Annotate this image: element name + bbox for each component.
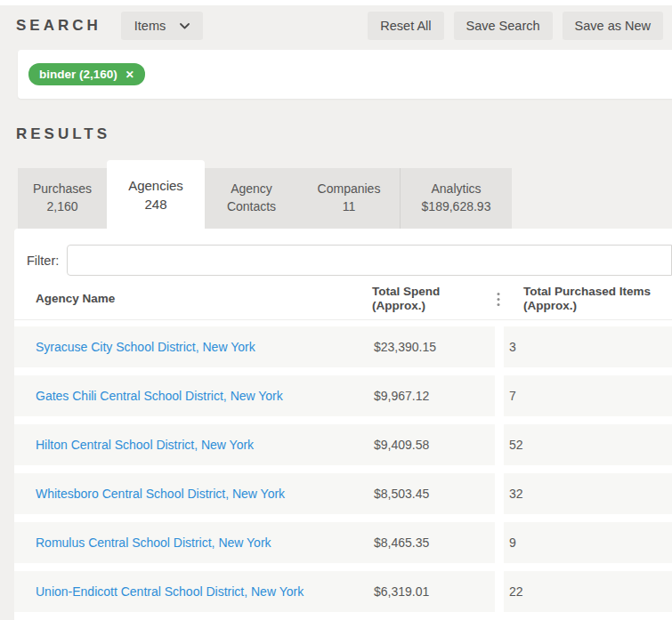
reset-all-button[interactable]: Reset All — [368, 12, 443, 40]
column-header-agency-name[interactable]: Agency Name — [14, 292, 372, 306]
total-items-value: 52 — [504, 424, 672, 465]
agency-link[interactable]: Romulus Central School District, New Yor… — [14, 535, 372, 550]
save-as-new-button[interactable]: Save as New — [563, 12, 663, 40]
agency-link[interactable]: Gates Chili Central School District, New… — [14, 389, 372, 403]
table-filter-row: Filter: — [14, 229, 672, 276]
total-items-value: 3 — [504, 326, 672, 367]
tab-agency-contacts-label-line1: Agency — [231, 181, 272, 198]
column-header-total-spend[interactable]: Total Spend (Approx.) — [372, 285, 495, 313]
total-spend-value: $8,465.35 — [372, 535, 495, 550]
total-items-value: 22 — [504, 571, 672, 612]
search-scope-value: Items — [134, 19, 166, 33]
table-row: Union-Endicott Central School District, … — [14, 571, 672, 612]
column-options-kebab-icon[interactable] — [495, 292, 518, 307]
tab-purchases-count: 2,160 — [46, 198, 77, 216]
close-icon[interactable]: ✕ — [125, 69, 134, 80]
results-tabs: Purchases 2,160 Agencies 248 Agency Cont… — [18, 160, 672, 229]
column-header-total-items[interactable]: Total Purchased Items (Approx.) — [518, 285, 672, 313]
search-header-bar: SEARCH Items Reset All Save Search Save … — [0, 5, 672, 50]
total-items-value: 9 — [504, 522, 672, 563]
total-spend-value: $6,319.01 — [372, 584, 495, 599]
filter-tag-binder[interactable]: binder (2,160) ✕ — [28, 63, 145, 85]
total-items-value: 7 — [504, 375, 672, 416]
results-panel: Filter: Agency Name Total Spend (Approx.… — [14, 229, 672, 620]
tab-agencies[interactable]: Agencies 248 — [107, 160, 205, 229]
table-row: Whitesboro Central School District, New … — [14, 473, 672, 514]
search-scope-dropdown[interactable]: Items — [121, 12, 203, 40]
tab-companies[interactable]: Companies 11 — [298, 168, 401, 229]
tab-companies-count: 11 — [343, 198, 356, 216]
table-row: Hilton Central School District, New York… — [14, 424, 672, 465]
total-spend-value: $23,390.15 — [372, 340, 495, 354]
agency-link[interactable]: Whitesboro Central School District, New … — [14, 487, 372, 501]
table-row: Syracuse City School District, New York … — [14, 326, 672, 367]
filter-input[interactable] — [67, 245, 672, 276]
tab-agency-contacts[interactable]: Agency Contacts — [205, 168, 298, 229]
total-items-value: 32 — [504, 473, 672, 514]
save-search-button[interactable]: Save Search — [454, 12, 553, 40]
search-title: SEARCH — [16, 17, 101, 35]
total-spend-line1: Total Spend — [372, 285, 495, 299]
total-spend-value: $9,409.58 — [372, 438, 495, 452]
tab-analytics[interactable]: Analytics $189,628.93 — [401, 168, 512, 229]
agency-link[interactable]: Hilton Central School District, New York — [14, 438, 372, 452]
tab-agencies-count: 248 — [144, 195, 166, 213]
table-row: Romulus Central School District, New Yor… — [14, 522, 672, 563]
active-filters-card: binder (2,160) ✕ — [18, 50, 672, 99]
chevron-down-icon — [180, 23, 190, 29]
tab-analytics-label: Analytics — [431, 181, 481, 198]
tab-agency-contacts-label-line2: Contacts — [227, 198, 276, 216]
filter-tag-label: binder (2,160) — [39, 68, 117, 81]
tab-agencies-label: Agencies — [128, 176, 183, 195]
table-row: Gates Chili Central School District, New… — [14, 375, 672, 416]
tab-companies-label: Companies — [318, 181, 381, 198]
table-body: Syracuse City School District, New York … — [14, 326, 672, 620]
total-items-line2: (Approx.) — [523, 299, 672, 313]
tab-purchases-label: Purchases — [33, 181, 92, 198]
agency-link[interactable]: Syracuse City School District, New York — [14, 340, 372, 354]
total-items-line1: Total Purchased Items — [523, 285, 672, 299]
filter-label: Filter: — [27, 254, 67, 268]
table-header-row: Agency Name Total Spend (Approx.) Total … — [14, 278, 672, 320]
search-actions: Reset All Save Search Save as New — [368, 12, 663, 40]
total-spend-line2: (Approx.) — [372, 299, 495, 313]
total-spend-value: $9,967.12 — [372, 389, 495, 403]
tab-purchases[interactable]: Purchases 2,160 — [18, 168, 107, 229]
results-title: RESULTS — [16, 125, 672, 143]
total-spend-value: $8,503.45 — [372, 487, 495, 501]
agency-link[interactable]: Union-Endicott Central School District, … — [14, 584, 372, 599]
tab-analytics-amount: $189,628.93 — [422, 198, 491, 216]
